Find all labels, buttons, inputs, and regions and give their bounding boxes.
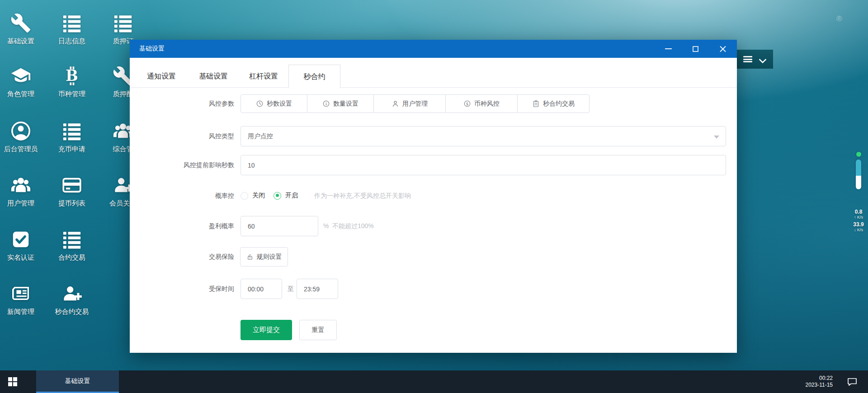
taskbar-app-base-settings[interactable]: 基础设置 [36, 370, 119, 393]
taskbar-clock: 00:22 2023-11-15 [806, 370, 833, 393]
advance-seconds-label: 风控提前影响秒数 [130, 155, 234, 175]
risk-type-label: 风控类型 [130, 126, 234, 146]
probability-row: 概率控 关闭 开启 作为一种补充,不受风控总开关影响 [130, 187, 737, 205]
risk-type-value: 用户点控 [248, 132, 273, 140]
insured-time-row: 受保时间 至 [130, 279, 737, 299]
info-icon [322, 100, 330, 108]
desktop-icon-label: 提币列表 [52, 199, 92, 208]
quantity-settings-button[interactable]: 数量设置 [307, 94, 374, 113]
dollar-icon [463, 100, 471, 108]
advance-seconds-input[interactable] [241, 155, 726, 175]
desktop-icon-log-info[interactable]: 日志信息 [52, 13, 92, 46]
list-icon [113, 13, 133, 33]
tab-second-contract-active[interactable]: 秒合约 [288, 65, 340, 88]
user-plus-icon [61, 283, 82, 304]
admin-user-icon [10, 121, 31, 141]
tab-base-settings[interactable]: 基础设置 [199, 65, 228, 88]
speed-gauge [856, 159, 861, 189]
desktop-icon-label: 秒合约交易 [52, 308, 92, 316]
chat-bubble-icon[interactable] [846, 376, 858, 387]
user-mgmt-button[interactable]: 用户管理 [373, 94, 446, 113]
desktop-icon-label: 合约交易 [52, 253, 92, 262]
status-dot [856, 152, 861, 157]
actions-row: 立即提交 重置 [130, 320, 737, 340]
close-button[interactable] [709, 40, 736, 58]
registered-watermark: ® [836, 14, 842, 23]
windows-logo-icon [8, 377, 17, 386]
desktop-icon-label: 新闻管理 [0, 308, 41, 316]
profit-input[interactable] [241, 216, 318, 236]
desktop-icon-user-mgmt[interactable]: 用户管理 [0, 175, 41, 208]
desktop-icon-admin[interactable]: 后台管理员 [0, 121, 41, 154]
desktop-icon-label: 基础设置 [0, 37, 41, 46]
list-icon [61, 229, 82, 250]
insured-time-end-input[interactable] [297, 279, 338, 299]
desktop-icon-deposit-apply[interactable]: 充币申请 [52, 121, 92, 154]
insurance-label: 交易保险 [130, 247, 234, 267]
close-icon [719, 46, 726, 52]
upload-speed: 0.8 [851, 209, 866, 215]
maximize-button[interactable] [682, 40, 709, 58]
minimize-icon [665, 48, 672, 49]
desktop-icon-label: 充币申请 [52, 145, 92, 154]
start-button[interactable] [0, 370, 25, 393]
desktop-icon-base-settings[interactable]: 基础设置 [0, 13, 41, 46]
menu-icon[interactable] [743, 56, 752, 62]
risk-type-row: 风控类型 用户点控 [130, 126, 737, 146]
rules-settings-button[interactable]: 规则设置 [240, 247, 288, 267]
settings-dialog: 基础设置 通知设置 基础设置 杠杆设置 秒合约 风控参数 秒数设置 [130, 40, 737, 353]
second-contract-trade-button[interactable]: 秒合约交易 [517, 94, 590, 113]
tab-leverage-settings[interactable]: 杠杆设置 [249, 65, 278, 88]
upload-unit: ↑ K/s [851, 215, 866, 220]
chevron-down-icon[interactable] [760, 56, 766, 62]
download-speed: 33.9 [851, 222, 866, 228]
probability-label: 概率控 [130, 187, 234, 205]
desktop-icon-contract-trade[interactable]: 合约交易 [52, 229, 92, 262]
chevron-down-icon [714, 136, 719, 139]
desktop-icon-coin-mgmt[interactable]: 币种管理 [52, 66, 92, 98]
desktop-icon-role-mgmt[interactable]: 角色管理 [0, 66, 41, 98]
minimize-button[interactable] [655, 40, 682, 58]
desktop-icon-label: 日志信息 [52, 37, 92, 46]
desktop-icon-second-contract[interactable]: 秒合约交易 [52, 283, 92, 316]
desktop-icon-withdraw-list[interactable]: 提币列表 [52, 175, 92, 208]
insured-time-start-input[interactable] [241, 279, 282, 299]
collapsed-widget-panel [736, 50, 773, 69]
list-icon [61, 13, 82, 33]
desktop-icon-news-mgmt[interactable]: 新闻管理 [0, 283, 41, 316]
taskbar: 基础设置 00:22 2023-11-15 [0, 370, 868, 393]
profit-row: 盈利概率 % 不能超过100% [130, 216, 737, 236]
radio-checked-icon [274, 192, 281, 200]
clock-date: 2023-11-15 [806, 382, 833, 388]
reset-button[interactable]: 重置 [299, 320, 337, 340]
profit-unit: % [323, 216, 329, 236]
desktop-icon-label: 后台管理员 [0, 145, 41, 154]
probability-note: 作为一种补充,不受风控总开关影响 [314, 187, 411, 205]
net-speed-widget: 0.8 ↑ K/s 33.9 ↓ K/s [851, 152, 866, 234]
advance-seconds-row: 风控提前影响秒数 [130, 155, 737, 175]
risk-type-select[interactable]: 用户点控 [241, 126, 726, 146]
radio-icon [241, 192, 248, 200]
profit-hint: 不能超过100% [332, 216, 374, 236]
probability-on-radio[interactable]: 开启 [274, 192, 298, 200]
bitcoin-icon [61, 66, 82, 86]
desktop-icon-label: 用户管理 [0, 199, 41, 208]
dialog-titlebar[interactable]: 基础设置 [130, 40, 737, 58]
desktop: 基础设置 日志信息 质押订 角色管理 币种管理 质押配 后台管理员 充币申请 综… [0, 0, 868, 393]
seconds-settings-button[interactable]: 秒数设置 [241, 94, 307, 113]
desktop-icon-kyc[interactable]: 实名认证 [0, 229, 41, 262]
coin-risk-button[interactable]: 币种风控 [445, 94, 518, 113]
desktop-icon-label: 实名认证 [0, 253, 41, 262]
graduation-cap-icon [10, 66, 31, 86]
profit-label: 盈利概率 [130, 216, 234, 236]
insurance-row: 交易保险 规则设置 [130, 247, 737, 267]
time-separator: 至 [288, 279, 294, 299]
probability-off-radio[interactable]: 关闭 [241, 192, 265, 200]
order-icon [532, 100, 540, 108]
tab-notify-settings[interactable]: 通知设置 [147, 65, 176, 88]
submit-button[interactable]: 立即提交 [241, 320, 292, 340]
list-icon [61, 121, 82, 141]
clock-time: 00:22 [819, 375, 833, 382]
desktop-icon-label: 币种管理 [52, 90, 92, 98]
users-icon [10, 175, 31, 196]
